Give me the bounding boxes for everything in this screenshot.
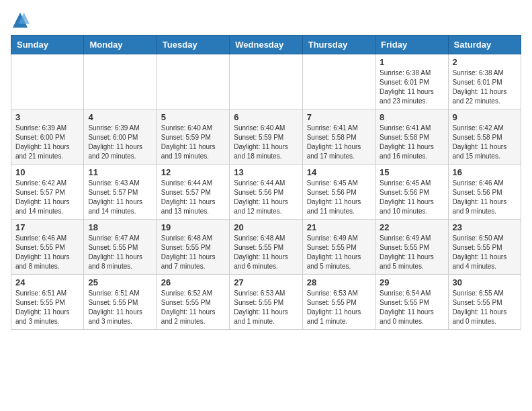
day-number: 9 (453, 112, 517, 122)
day-info: Sunrise: 6:42 AMSunset: 5:58 PMDaylight:… (453, 124, 517, 161)
calendar-cell: 28Sunrise: 6:53 AMSunset: 5:55 PMDayligh… (302, 275, 375, 330)
day-number: 4 (88, 112, 152, 122)
day-number: 16 (453, 167, 517, 177)
day-number: 11 (88, 167, 152, 177)
day-info: Sunrise: 6:45 AMSunset: 5:56 PMDaylight:… (380, 179, 443, 216)
weekday-header-monday: Monday (84, 36, 157, 54)
day-info: Sunrise: 6:44 AMSunset: 5:57 PMDaylight:… (161, 179, 225, 216)
day-number: 18 (88, 222, 152, 232)
day-number: 5 (161, 112, 225, 122)
calendar-cell: 25Sunrise: 6:51 AMSunset: 5:55 PMDayligh… (84, 275, 157, 330)
day-number: 30 (453, 277, 517, 287)
day-info: Sunrise: 6:48 AMSunset: 5:55 PMDaylight:… (161, 234, 225, 271)
calendar-cell: 1Sunrise: 6:38 AMSunset: 6:01 PMDaylight… (375, 54, 448, 109)
calendar-cell: 9Sunrise: 6:42 AMSunset: 5:58 PMDaylight… (448, 109, 521, 165)
day-number: 8 (380, 112, 443, 122)
day-info: Sunrise: 6:53 AMSunset: 5:55 PMDaylight:… (234, 289, 298, 326)
calendar-cell: 15Sunrise: 6:45 AMSunset: 5:56 PMDayligh… (375, 165, 448, 220)
day-info: Sunrise: 6:46 AMSunset: 5:56 PMDaylight:… (453, 179, 517, 216)
calendar-cell (230, 54, 302, 109)
page-header (11, 11, 521, 30)
calendar-cell: 16Sunrise: 6:46 AMSunset: 5:56 PMDayligh… (448, 165, 521, 220)
calendar-cell: 24Sunrise: 6:51 AMSunset: 5:55 PMDayligh… (11, 275, 84, 330)
calendar-week-row: 1Sunrise: 6:38 AMSunset: 6:01 PMDaylight… (11, 54, 521, 109)
day-number: 13 (234, 167, 298, 177)
day-number: 6 (234, 112, 298, 122)
calendar-cell: 26Sunrise: 6:52 AMSunset: 5:55 PMDayligh… (157, 275, 229, 330)
day-info: Sunrise: 6:51 AMSunset: 5:55 PMDaylight:… (88, 289, 152, 326)
day-number: 12 (161, 167, 225, 177)
day-info: Sunrise: 6:41 AMSunset: 5:58 PMDaylight:… (380, 124, 443, 161)
day-info: Sunrise: 6:47 AMSunset: 5:55 PMDaylight:… (88, 234, 152, 271)
calendar-week-row: 17Sunrise: 6:46 AMSunset: 5:55 PMDayligh… (11, 220, 521, 275)
day-info: Sunrise: 6:49 AMSunset: 5:55 PMDaylight:… (380, 234, 443, 271)
calendar-cell: 7Sunrise: 6:41 AMSunset: 5:58 PMDaylight… (302, 109, 375, 165)
day-info: Sunrise: 6:55 AMSunset: 5:55 PMDaylight:… (453, 289, 517, 326)
weekday-header-row: SundayMondayTuesdayWednesdayThursdayFrid… (11, 36, 521, 54)
day-info: Sunrise: 6:49 AMSunset: 5:55 PMDaylight:… (307, 234, 371, 271)
calendar-cell: 22Sunrise: 6:49 AMSunset: 5:55 PMDayligh… (375, 220, 448, 275)
calendar-table: SundayMondayTuesdayWednesdayThursdayFrid… (11, 35, 521, 330)
day-info: Sunrise: 6:42 AMSunset: 5:57 PMDaylight:… (15, 179, 79, 216)
day-number: 28 (307, 277, 371, 287)
calendar-cell: 29Sunrise: 6:54 AMSunset: 5:55 PMDayligh… (375, 275, 448, 330)
calendar-cell: 4Sunrise: 6:39 AMSunset: 6:00 PMDaylight… (84, 109, 157, 165)
weekday-header-saturday: Saturday (448, 36, 521, 54)
day-number: 14 (307, 167, 371, 177)
weekday-header-friday: Friday (375, 36, 448, 54)
weekday-header-wednesday: Wednesday (230, 36, 302, 54)
calendar-week-row: 10Sunrise: 6:42 AMSunset: 5:57 PMDayligh… (11, 165, 521, 220)
calendar-cell: 18Sunrise: 6:47 AMSunset: 5:55 PMDayligh… (84, 220, 157, 275)
day-info: Sunrise: 6:43 AMSunset: 5:57 PMDaylight:… (88, 179, 152, 216)
day-info: Sunrise: 6:50 AMSunset: 5:55 PMDaylight:… (453, 234, 517, 271)
calendar-cell: 10Sunrise: 6:42 AMSunset: 5:57 PMDayligh… (11, 165, 84, 220)
logo (11, 11, 32, 30)
calendar-cell: 27Sunrise: 6:53 AMSunset: 5:55 PMDayligh… (230, 275, 302, 330)
calendar-cell: 30Sunrise: 6:55 AMSunset: 5:55 PMDayligh… (448, 275, 521, 330)
day-number: 25 (88, 277, 152, 287)
day-number: 3 (15, 112, 79, 122)
weekday-header-tuesday: Tuesday (157, 36, 229, 54)
calendar-cell: 20Sunrise: 6:48 AMSunset: 5:55 PMDayligh… (230, 220, 302, 275)
day-info: Sunrise: 6:39 AMSunset: 6:00 PMDaylight:… (15, 124, 79, 161)
day-number: 29 (380, 277, 443, 287)
day-info: Sunrise: 6:41 AMSunset: 5:58 PMDaylight:… (307, 124, 371, 161)
day-number: 26 (161, 277, 225, 287)
day-info: Sunrise: 6:40 AMSunset: 5:59 PMDaylight:… (161, 124, 225, 161)
day-info: Sunrise: 6:38 AMSunset: 6:01 PMDaylight:… (380, 68, 443, 106)
day-info: Sunrise: 6:40 AMSunset: 5:59 PMDaylight:… (234, 124, 298, 161)
calendar-cell: 11Sunrise: 6:43 AMSunset: 5:57 PMDayligh… (84, 165, 157, 220)
day-number: 10 (15, 167, 79, 177)
day-number: 19 (161, 222, 225, 232)
calendar-cell: 17Sunrise: 6:46 AMSunset: 5:55 PMDayligh… (11, 220, 84, 275)
day-number: 24 (15, 277, 79, 287)
day-info: Sunrise: 6:44 AMSunset: 5:56 PMDaylight:… (234, 179, 298, 216)
calendar-cell (157, 54, 229, 109)
calendar-cell: 19Sunrise: 6:48 AMSunset: 5:55 PMDayligh… (157, 220, 229, 275)
day-number: 15 (380, 167, 443, 177)
day-info: Sunrise: 6:54 AMSunset: 5:55 PMDaylight:… (380, 289, 443, 326)
calendar-week-row: 24Sunrise: 6:51 AMSunset: 5:55 PMDayligh… (11, 275, 521, 330)
day-info: Sunrise: 6:39 AMSunset: 6:00 PMDaylight:… (88, 124, 152, 161)
day-number: 7 (307, 112, 371, 122)
day-number: 2 (453, 57, 517, 67)
day-info: Sunrise: 6:38 AMSunset: 6:01 PMDaylight:… (453, 68, 517, 106)
calendar-week-row: 3Sunrise: 6:39 AMSunset: 6:00 PMDaylight… (11, 109, 521, 165)
day-number: 22 (380, 222, 443, 232)
day-info: Sunrise: 6:51 AMSunset: 5:55 PMDaylight:… (15, 289, 79, 326)
day-info: Sunrise: 6:45 AMSunset: 5:56 PMDaylight:… (307, 179, 371, 216)
logo-icon (11, 11, 30, 30)
day-number: 27 (234, 277, 298, 287)
day-number: 23 (453, 222, 517, 232)
calendar-cell: 6Sunrise: 6:40 AMSunset: 5:59 PMDaylight… (230, 109, 302, 165)
day-number: 1 (380, 57, 443, 67)
calendar-cell (84, 54, 157, 109)
calendar-cell: 13Sunrise: 6:44 AMSunset: 5:56 PMDayligh… (230, 165, 302, 220)
day-number: 17 (15, 222, 79, 232)
calendar-cell (302, 54, 375, 109)
calendar-cell: 23Sunrise: 6:50 AMSunset: 5:55 PMDayligh… (448, 220, 521, 275)
calendar-cell: 12Sunrise: 6:44 AMSunset: 5:57 PMDayligh… (157, 165, 229, 220)
calendar-cell: 8Sunrise: 6:41 AMSunset: 5:58 PMDaylight… (375, 109, 448, 165)
calendar-cell: 3Sunrise: 6:39 AMSunset: 6:00 PMDaylight… (11, 109, 84, 165)
day-number: 20 (234, 222, 298, 232)
